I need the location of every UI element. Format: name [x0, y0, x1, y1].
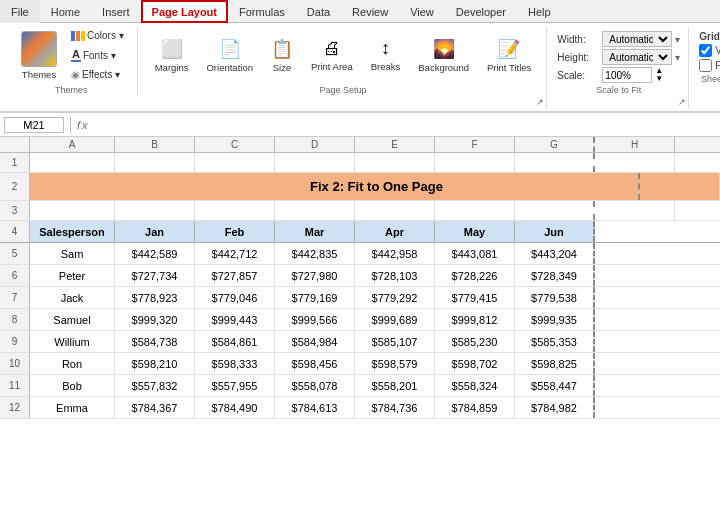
cell-3-e[interactable]	[355, 201, 435, 220]
row-header-5[interactable]: 5	[0, 243, 30, 264]
tab-review[interactable]: Review	[341, 0, 399, 23]
row-header-9[interactable]: 9	[0, 331, 30, 352]
fx-button[interactable]: fx	[77, 119, 88, 131]
cell-6-3[interactable]: $727,857	[195, 265, 275, 286]
cell-3-d[interactable]	[275, 201, 355, 220]
cell-10-4[interactable]: $598,456	[275, 353, 355, 374]
cell-4-g[interactable]: Jun	[515, 221, 595, 242]
tab-home[interactable]: Home	[40, 0, 91, 23]
row-header-10[interactable]: 10	[0, 353, 30, 374]
cell-12-3[interactable]: $784,490	[195, 397, 275, 418]
tab-insert[interactable]: Insert	[91, 0, 141, 23]
print-area-button[interactable]: 🖨 Print Area	[304, 27, 360, 83]
cell-3-a[interactable]	[30, 201, 115, 220]
fonts-button[interactable]: A Fonts ▾	[66, 46, 129, 64]
row-header-12[interactable]: 12	[0, 397, 30, 418]
cell-1-d[interactable]	[275, 153, 355, 172]
cell-3-b[interactable]	[115, 201, 195, 220]
cell-8-5[interactable]: $999,689	[355, 309, 435, 330]
cell-5-4[interactable]: $442,835	[275, 243, 355, 264]
cell-4-e[interactable]: Apr	[355, 221, 435, 242]
cell-12-7[interactable]: $784,982	[515, 397, 595, 418]
cell-3-c[interactable]	[195, 201, 275, 220]
cell-3-h[interactable]	[595, 201, 675, 220]
cell-12-5[interactable]: $784,736	[355, 397, 435, 418]
cell-5-1[interactable]: Sam	[30, 243, 115, 264]
row-header-3[interactable]: 3	[0, 201, 30, 220]
cell-11-3[interactable]: $557,955	[195, 375, 275, 396]
tab-view[interactable]: View	[399, 0, 445, 23]
tab-file[interactable]: File	[0, 0, 40, 23]
size-button[interactable]: 📋 Size	[264, 27, 300, 83]
page-setup-launcher-icon[interactable]: ↗	[536, 97, 544, 107]
cell-9-6[interactable]: $585,230	[435, 331, 515, 352]
name-box[interactable]: M21	[4, 117, 64, 133]
breaks-button[interactable]: ↕ Breaks	[364, 27, 408, 83]
col-header-g[interactable]: G	[515, 137, 595, 152]
cell-12-4[interactable]: $784,613	[275, 397, 355, 418]
scale-down-icon[interactable]: ▼	[655, 75, 663, 83]
cell-11-6[interactable]: $558,324	[435, 375, 515, 396]
cell-9-1[interactable]: Willium	[30, 331, 115, 352]
cell-5-6[interactable]: $443,081	[435, 243, 515, 264]
cell-10-2[interactable]: $598,210	[115, 353, 195, 374]
tab-page-layout[interactable]: Page Layout	[141, 0, 228, 23]
cell-10-6[interactable]: $598,702	[435, 353, 515, 374]
orientation-button[interactable]: 📄 Orientation	[199, 27, 259, 83]
tab-formulas[interactable]: Formulas	[228, 0, 296, 23]
cell-5-3[interactable]: $442,712	[195, 243, 275, 264]
cell-8-3[interactable]: $999,443	[195, 309, 275, 330]
cell-8-1[interactable]: Samuel	[30, 309, 115, 330]
cell-1-a[interactable]	[30, 153, 115, 172]
col-header-h[interactable]: H	[595, 137, 675, 152]
col-header-c[interactable]: C	[195, 137, 275, 152]
row-header-4[interactable]: 4	[0, 221, 30, 242]
cell-1-c[interactable]	[195, 153, 275, 172]
cell-10-3[interactable]: $598,333	[195, 353, 275, 374]
width-select[interactable]: Automatic 1 page 2 pages	[602, 31, 672, 47]
cell-8-2[interactable]: $999,320	[115, 309, 195, 330]
cell-11-2[interactable]: $557,832	[115, 375, 195, 396]
row-header-8[interactable]: 8	[0, 309, 30, 330]
cell-5-5[interactable]: $442,958	[355, 243, 435, 264]
cell-12-1[interactable]: Emma	[30, 397, 115, 418]
cell-8-4[interactable]: $999,566	[275, 309, 355, 330]
print-titles-button[interactable]: 📝 Print Titles	[480, 27, 538, 83]
cell-7-4[interactable]: $779,169	[275, 287, 355, 308]
cell-11-1[interactable]: Bob	[30, 375, 115, 396]
cell-8-6[interactable]: $999,812	[435, 309, 515, 330]
cell-1-h[interactable]	[595, 153, 675, 172]
tab-developer[interactable]: Developer	[445, 0, 517, 23]
tab-help[interactable]: Help	[517, 0, 562, 23]
cell-6-1[interactable]: Peter	[30, 265, 115, 286]
effects-button[interactable]: ◉ Effects ▾	[66, 66, 129, 83]
gridlines-print-checkbox[interactable]	[699, 59, 712, 72]
cell-9-4[interactable]: $584,984	[275, 331, 355, 352]
row-header-2[interactable]: 2	[0, 173, 30, 200]
gridlines-view-checkbox[interactable]	[699, 44, 712, 57]
col-header-a[interactable]: A	[30, 137, 115, 152]
cell-10-1[interactable]: Ron	[30, 353, 115, 374]
scale-input[interactable]	[602, 67, 652, 83]
cell-1-e[interactable]	[355, 153, 435, 172]
cell-7-7[interactable]: $779,538	[515, 287, 595, 308]
cell-6-2[interactable]: $727,734	[115, 265, 195, 286]
cell-6-5[interactable]: $728,103	[355, 265, 435, 286]
cell-7-3[interactable]: $779,046	[195, 287, 275, 308]
cell-6-6[interactable]: $728,226	[435, 265, 515, 286]
cell-7-1[interactable]: Jack	[30, 287, 115, 308]
cell-11-5[interactable]: $558,201	[355, 375, 435, 396]
col-header-d[interactable]: D	[275, 137, 355, 152]
col-header-b[interactable]: B	[115, 137, 195, 152]
scale-launcher-icon[interactable]: ↗	[678, 97, 686, 107]
col-header-e[interactable]: E	[355, 137, 435, 152]
background-button[interactable]: 🌄 Background	[411, 27, 476, 83]
cell-9-5[interactable]: $585,107	[355, 331, 435, 352]
cell-3-f[interactable]	[435, 201, 515, 220]
cell-3-g[interactable]	[515, 201, 595, 220]
cell-5-2[interactable]: $442,589	[115, 243, 195, 264]
cell-4-d[interactable]: Mar	[275, 221, 355, 242]
cell-6-7[interactable]: $728,349	[515, 265, 595, 286]
cell-1-g[interactable]	[515, 153, 595, 172]
cell-1-f[interactable]	[435, 153, 515, 172]
